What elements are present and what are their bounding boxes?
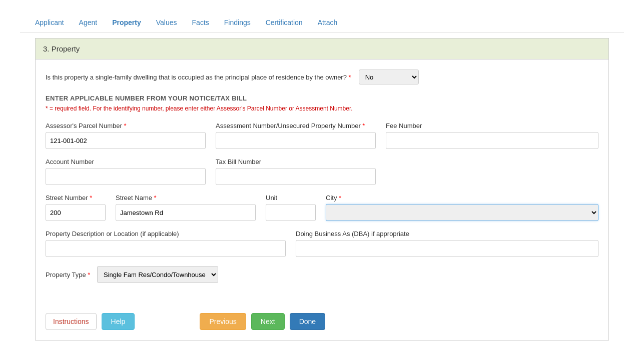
city-select[interactable] <box>326 204 598 221</box>
sn-required: * <box>90 194 92 202</box>
property-description-input[interactable] <box>46 240 286 257</box>
section-title: 3. Property <box>43 44 80 53</box>
form-row-1: Assessor's Parcel Number * Assessment Nu… <box>46 122 598 149</box>
property-type-label: Property Type * <box>46 271 92 278</box>
help-button[interactable]: Help <box>102 313 135 330</box>
unit-label: Unit <box>266 194 316 202</box>
property-description-label: Property Description or Location (if app… <box>46 230 286 238</box>
unit-input[interactable] <box>266 204 316 221</box>
instructions-button[interactable]: Instructions <box>46 313 97 330</box>
question-text: Is this property a single-family dwellin… <box>46 74 351 81</box>
tab-certification[interactable]: Certification <box>266 18 303 28</box>
assessment-number-input[interactable] <box>216 132 376 149</box>
nav-tabs: Applicant Agent Property Values Facts Fi… <box>20 10 624 33</box>
tab-facts[interactable]: Facts <box>192 18 209 28</box>
form-row-2: Account Number Tax Bill Number <box>46 158 598 185</box>
an-required: * <box>362 122 365 130</box>
tab-attach[interactable]: Attach <box>318 18 338 28</box>
pt-required: * <box>88 271 90 278</box>
tax-bill-input[interactable] <box>216 168 376 185</box>
street-number-group: Street Number * <box>46 194 106 221</box>
property-description-group: Property Description or Location (if app… <box>46 230 286 257</box>
tax-bill-group: Tax Bill Number <box>216 158 376 185</box>
dba-group: Doing Business As (DBA) if appropriate <box>296 230 598 257</box>
property-type-row: Property Type * Single Fam Res/Condo/Tow… <box>46 266 598 283</box>
done-button[interactable]: Done <box>290 313 325 330</box>
button-area: Instructions Help Previous Next Done <box>36 308 608 340</box>
previous-button[interactable]: Previous <box>200 313 246 330</box>
street-number-input[interactable] <box>46 204 106 221</box>
city-group: City * <box>326 194 598 221</box>
question-required-star: * <box>349 74 351 81</box>
account-number-group: Account Number <box>46 158 206 185</box>
notice-subtext: * = required field. For the identifying … <box>46 105 598 112</box>
question-row: Is this property a single-family dwellin… <box>46 70 598 84</box>
account-number-label: Account Number <box>46 158 206 166</box>
form-area: Is this property a single-family dwellin… <box>36 60 608 308</box>
section-header: 3. Property <box>36 38 608 60</box>
dba-input[interactable] <box>296 240 598 257</box>
city-required: * <box>339 194 341 202</box>
fee-number-label: Fee Number <box>386 122 598 130</box>
assessors-parcel-label: Assessor's Parcel Number * <box>46 122 206 130</box>
dba-label: Doing Business As (DBA) if appropriate <box>296 230 598 238</box>
form-row-3: Street Number * Street Name * Unit <box>46 194 598 221</box>
assessment-number-group: Assessment Number/Unsecured Property Num… <box>216 122 376 149</box>
street-name-input[interactable] <box>116 204 256 221</box>
city-label: City * <box>326 194 598 202</box>
form-row-4: Property Description or Location (if app… <box>46 230 598 257</box>
fee-number-input[interactable] <box>386 132 598 149</box>
tab-property[interactable]: Property <box>112 18 141 28</box>
fee-number-group: Fee Number <box>386 122 598 149</box>
tab-findings[interactable]: Findings <box>224 18 251 28</box>
principal-residence-select[interactable]: No Yes <box>359 70 419 84</box>
next-button[interactable]: Next <box>251 313 285 330</box>
assessors-parcel-input[interactable] <box>46 132 206 149</box>
street-number-label: Street Number * <box>46 194 106 202</box>
account-number-input[interactable] <box>46 168 206 185</box>
street-name-group: Street Name * <box>116 194 256 221</box>
notice-heading: ENTER APPLICABLE NUMBER FROM YOUR NOTICE… <box>46 94 598 102</box>
property-type-select[interactable]: Single Fam Res/Condo/Townhouse Commercia… <box>97 266 218 283</box>
street-name-label: Street Name * <box>116 194 256 202</box>
unit-group: Unit <box>266 194 316 221</box>
tax-bill-label: Tax Bill Number <box>216 158 376 166</box>
apn-required: * <box>124 122 126 130</box>
street-name-required: * <box>154 194 157 202</box>
tab-applicant[interactable]: Applicant <box>35 18 64 28</box>
tab-values[interactable]: Values <box>156 18 177 28</box>
tab-agent[interactable]: Agent <box>79 18 98 28</box>
main-content: 3. Property Is this property a single-fa… <box>35 38 609 340</box>
assessors-parcel-group: Assessor's Parcel Number * <box>46 122 206 149</box>
assessment-number-label: Assessment Number/Unsecured Property Num… <box>216 122 376 130</box>
